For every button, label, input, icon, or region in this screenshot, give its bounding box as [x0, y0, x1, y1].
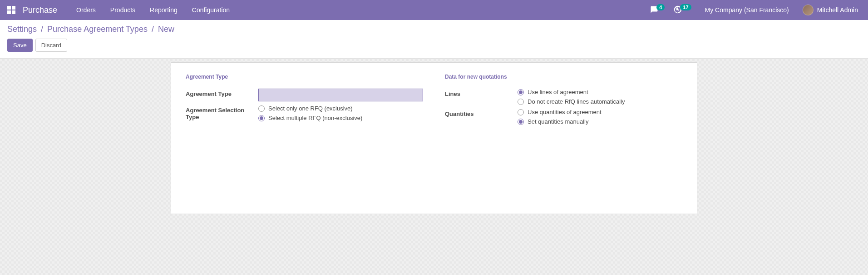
navbar: Purchase Orders Products Reporting Confi…: [0, 0, 868, 20]
radio-icon: [518, 119, 524, 125]
breadcrumb: Settings / Purchase Agreement Types / Ne…: [7, 25, 861, 34]
user-name: Mitchell Admin: [817, 6, 858, 14]
radio-label: Select only one RFQ (exclusive): [268, 105, 353, 112]
lines-radio-group: Use lines of agreement Do not create RfQ…: [518, 89, 682, 105]
row-selection-type: Agreement Selection Type Select only one…: [186, 105, 423, 121]
breadcrumb-current: New: [158, 25, 174, 34]
app-title[interactable]: Purchase: [23, 5, 57, 15]
label-selection-type: Agreement Selection Type: [186, 105, 258, 121]
activities-badge: 17: [680, 4, 691, 10]
label-agreement-type: Agreement Type: [186, 89, 258, 101]
breadcrumb-sep: /: [152, 25, 154, 34]
radio-icon: [518, 109, 524, 115]
section-title-data-quotations: Data for new quotations: [445, 74, 682, 82]
menu-orders[interactable]: Orders: [69, 1, 103, 19]
agreement-type-input[interactable]: [258, 89, 423, 101]
radio-label: Select multiple RFQ (non-exclusive): [268, 115, 362, 121]
avatar: [803, 5, 814, 15]
row-quantities: Quantities Use quantities of agreement S…: [445, 109, 682, 125]
radio-icon: [518, 89, 524, 95]
radio-use-quantities[interactable]: Use quantities of agreement: [518, 109, 682, 115]
radio-icon: [518, 99, 524, 105]
row-agreement-type: Agreement Type: [186, 89, 423, 101]
menu-reporting[interactable]: Reporting: [143, 1, 185, 19]
breadcrumb-agreement-types[interactable]: Purchase Agreement Types: [47, 25, 148, 34]
menu-products[interactable]: Products: [103, 1, 143, 19]
discard-button[interactable]: Discard: [35, 39, 67, 52]
form-col-left: Agreement Type Agreement Type Agreement …: [186, 74, 423, 129]
breadcrumb-settings[interactable]: Settings: [7, 25, 37, 34]
form-columns: Agreement Type Agreement Type Agreement …: [186, 74, 682, 129]
selection-type-radio-group: Select only one RFQ (exclusive) Select m…: [258, 105, 423, 121]
label-quantities: Quantities: [445, 109, 518, 125]
radio-icon: [258, 105, 265, 112]
navbar-left: Purchase Orders Products Reporting Confi…: [7, 1, 237, 19]
radio-label: Use quantities of agreement: [528, 109, 602, 115]
messages-badge: 4: [656, 4, 665, 10]
quantities-radio-group: Use quantities of agreement Set quantiti…: [518, 109, 682, 125]
action-buttons: Save Discard: [7, 39, 861, 52]
radio-use-lines[interactable]: Use lines of agreement: [518, 89, 682, 95]
apps-icon[interactable]: [7, 6, 15, 14]
messages-button[interactable]: 4: [647, 5, 667, 15]
user-menu[interactable]: Mitchell Admin: [800, 5, 861, 15]
radio-select-exclusive[interactable]: Select only one RFQ (exclusive): [258, 105, 423, 112]
radio-manual-quantities[interactable]: Set quantities manually: [518, 118, 682, 125]
row-lines: Lines Use lines of agreement Do not crea…: [445, 89, 682, 105]
activities-button[interactable]: 17: [671, 5, 694, 15]
menu-configuration[interactable]: Configuration: [185, 1, 237, 19]
nav-menu: Orders Products Reporting Configuration: [69, 1, 237, 19]
section-title-agreement-type: Agreement Type: [186, 74, 423, 82]
label-lines: Lines: [445, 89, 518, 105]
form-sheet: Agreement Type Agreement Type Agreement …: [171, 62, 697, 214]
radio-icon: [258, 115, 265, 121]
value-agreement-type: [258, 89, 423, 101]
save-button[interactable]: Save: [7, 39, 33, 52]
breadcrumb-sep: /: [41, 25, 43, 34]
radio-select-non-exclusive[interactable]: Select multiple RFQ (non-exclusive): [258, 115, 423, 121]
company-selector[interactable]: My Company (San Francisco): [698, 6, 796, 14]
control-panel: Settings / Purchase Agreement Types / Ne…: [0, 20, 868, 59]
navbar-right: 4 17 My Company (San Francisco) Mitchell…: [647, 5, 861, 15]
form-col-right: Data for new quotations Lines Use lines …: [445, 74, 682, 129]
radio-no-lines[interactable]: Do not create RfQ lines automatically: [518, 98, 682, 105]
radio-label: Set quantities manually: [528, 118, 588, 125]
radio-label: Do not create RfQ lines automatically: [528, 98, 625, 105]
radio-label: Use lines of agreement: [528, 89, 588, 95]
form-container: Agreement Type Agreement Type Agreement …: [0, 62, 868, 214]
